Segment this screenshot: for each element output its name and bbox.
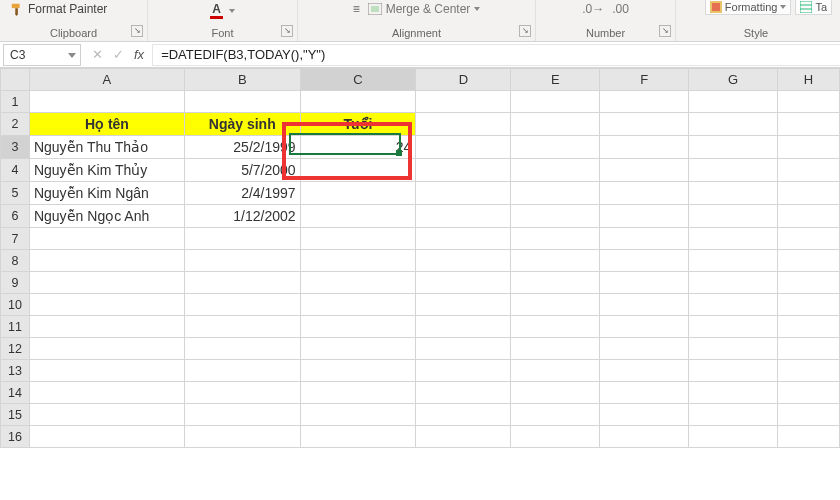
cell[interactable] <box>29 250 184 272</box>
cell[interactable] <box>600 182 689 205</box>
col-header-G[interactable]: G <box>689 69 778 91</box>
cell[interactable] <box>300 382 416 404</box>
cell[interactable] <box>300 294 416 316</box>
cell[interactable] <box>777 338 839 360</box>
col-header-B[interactable]: B <box>184 69 300 91</box>
cell[interactable] <box>600 338 689 360</box>
cell[interactable] <box>300 228 416 250</box>
cell[interactable] <box>600 228 689 250</box>
cell[interactable] <box>689 338 778 360</box>
cell[interactable] <box>300 91 416 113</box>
cell[interactable] <box>416 205 511 228</box>
cell[interactable] <box>300 272 416 294</box>
cell[interactable] <box>29 316 184 338</box>
row-header-13[interactable]: 13 <box>1 360 30 382</box>
cell[interactable] <box>416 338 511 360</box>
cell[interactable] <box>416 360 511 382</box>
table-format-button[interactable]: Ta <box>795 0 832 15</box>
dialog-launcher-icon[interactable]: ↘ <box>281 25 293 37</box>
row-header-16[interactable]: 16 <box>1 426 30 448</box>
dialog-launcher-icon[interactable]: ↘ <box>519 25 531 37</box>
col-header-F[interactable]: F <box>600 69 689 91</box>
cell[interactable] <box>689 404 778 426</box>
col-header-A[interactable]: A <box>29 69 184 91</box>
font-color-icon[interactable]: A <box>210 2 223 19</box>
cell[interactable] <box>416 250 511 272</box>
cell[interactable] <box>689 205 778 228</box>
cell[interactable] <box>29 91 184 113</box>
cell[interactable] <box>511 250 600 272</box>
cell[interactable] <box>511 272 600 294</box>
cell[interactable] <box>416 136 511 159</box>
cell[interactable] <box>184 382 300 404</box>
cell[interactable] <box>600 113 689 136</box>
cell[interactable] <box>777 136 839 159</box>
col-header-H[interactable]: H <box>777 69 839 91</box>
cell[interactable] <box>184 250 300 272</box>
cell[interactable] <box>184 360 300 382</box>
col-header-E[interactable]: E <box>511 69 600 91</box>
cell[interactable] <box>689 382 778 404</box>
header-birth[interactable]: Ngày sinh <box>184 113 300 136</box>
cell-age[interactable] <box>300 205 416 228</box>
cell[interactable] <box>511 316 600 338</box>
cell[interactable] <box>600 205 689 228</box>
cell-birth[interactable]: 2/4/1997 <box>184 182 300 205</box>
chevron-down-icon[interactable] <box>229 9 235 13</box>
cell[interactable] <box>29 338 184 360</box>
cell[interactable] <box>689 272 778 294</box>
row-header-2[interactable]: 2 <box>1 113 30 136</box>
cell[interactable] <box>689 316 778 338</box>
fx-icon[interactable]: fx <box>134 47 144 62</box>
cell[interactable] <box>600 250 689 272</box>
cell-birth[interactable]: 5/7/2000 <box>184 159 300 182</box>
cell[interactable] <box>600 316 689 338</box>
row-header-4[interactable]: 4 <box>1 159 30 182</box>
cell[interactable] <box>416 113 511 136</box>
row-header-8[interactable]: 8 <box>1 250 30 272</box>
cell[interactable] <box>416 294 511 316</box>
cell[interactable] <box>511 426 600 448</box>
cell[interactable] <box>29 426 184 448</box>
cell[interactable] <box>689 294 778 316</box>
cell[interactable] <box>689 136 778 159</box>
cell[interactable] <box>600 159 689 182</box>
cell[interactable] <box>416 272 511 294</box>
cell[interactable] <box>511 360 600 382</box>
cell[interactable] <box>184 294 300 316</box>
increase-decimal-icon[interactable]: .00 <box>612 2 629 16</box>
cell-age[interactable] <box>300 159 416 182</box>
cell[interactable] <box>689 91 778 113</box>
cell[interactable] <box>600 382 689 404</box>
header-name[interactable]: Họ tên <box>29 113 184 136</box>
row-header-5[interactable]: 5 <box>1 182 30 205</box>
row-header-1[interactable]: 1 <box>1 91 30 113</box>
row-header-10[interactable]: 10 <box>1 294 30 316</box>
cell[interactable] <box>29 272 184 294</box>
row-header-3[interactable]: 3 <box>1 136 30 159</box>
cell[interactable] <box>300 426 416 448</box>
conditional-formatting-button[interactable]: Formatting <box>705 0 792 15</box>
cell-name[interactable]: Nguyễn Kim Ngân <box>29 182 184 205</box>
header-age[interactable]: Tuổi <box>300 113 416 136</box>
select-all-corner[interactable] <box>1 69 30 91</box>
cell[interactable] <box>511 136 600 159</box>
cell[interactable] <box>184 426 300 448</box>
row-header-15[interactable]: 15 <box>1 404 30 426</box>
cell[interactable] <box>689 360 778 382</box>
cell[interactable] <box>600 404 689 426</box>
cell[interactable] <box>29 294 184 316</box>
cell[interactable] <box>416 91 511 113</box>
cell-birth[interactable]: 1/12/2002 <box>184 205 300 228</box>
cell[interactable] <box>29 228 184 250</box>
cell-name[interactable]: Nguyễn Ngọc Anh <box>29 205 184 228</box>
cell[interactable] <box>416 182 511 205</box>
cell[interactable] <box>511 338 600 360</box>
cell[interactable] <box>300 360 416 382</box>
row-header-6[interactable]: 6 <box>1 205 30 228</box>
enter-icon[interactable]: ✓ <box>113 47 124 62</box>
cell[interactable] <box>29 360 184 382</box>
cell[interactable] <box>416 159 511 182</box>
cell[interactable] <box>600 360 689 382</box>
col-header-D[interactable]: D <box>416 69 511 91</box>
